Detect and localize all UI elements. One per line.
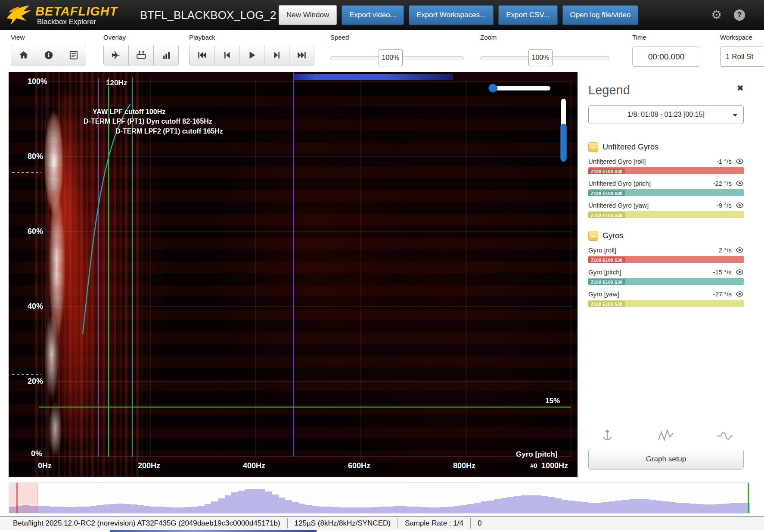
log-range-select[interactable]: 1/8: 01:08 - 01:23 [00:15]	[588, 105, 744, 124]
log-file-title: BTFL_BLACKBOX_LOG_2	[140, 9, 278, 22]
field-settings-bar[interactable]: Z100 E100 S30	[588, 189, 744, 196]
seekbar-playhead[interactable]	[16, 483, 18, 513]
legend-group-header[interactable]: Gyros	[588, 231, 744, 241]
play-button[interactable]	[239, 45, 264, 65]
legend-field-row[interactable]: Gyro [pitch] -15 °/s Z100 E100 S30	[588, 268, 744, 285]
spectrum-v-slider[interactable]	[561, 99, 566, 162]
seekbar-end-marker	[748, 483, 749, 513]
overlay-sticks-button[interactable]	[128, 45, 154, 65]
brand-block: BETAFLIGHT Blackbox Explorer	[35, 5, 132, 26]
log-list-icon	[68, 50, 79, 61]
playback-label: Playback	[189, 34, 314, 41]
overlay-analyser-button[interactable]	[153, 45, 179, 65]
collapse-icon[interactable]	[588, 231, 598, 241]
sticks-icon	[136, 50, 147, 61]
field-settings-bar[interactable]: Z100 E100 S30	[588, 300, 744, 307]
workspace-select[interactable]: 1 Roll St	[720, 47, 764, 67]
seekbar-view-window[interactable]	[9, 483, 37, 513]
jump-start-button[interactable]	[189, 45, 214, 65]
field-settings-badge: Z100 E100 S30	[588, 190, 625, 196]
legend-field-row[interactable]: Unfiltered Gyro [yaw] -9 °/s Z100 E100 S…	[588, 202, 744, 218]
eye-icon[interactable]	[736, 202, 744, 208]
x-tick: 0Hz	[38, 461, 52, 470]
export-workspaces-button[interactable]: Export Workspaces...	[409, 5, 494, 25]
field-settings-bar[interactable]: Z100 E100 S30	[588, 167, 744, 174]
open-log-button[interactable]: Open log file/video	[562, 5, 639, 25]
field-value: -9 °/s	[717, 202, 732, 209]
legend-field-row[interactable]: Gyro [roll] 2 °/s Z100 E100 S30	[588, 246, 744, 263]
status-counter: 0	[471, 518, 488, 529]
eye-icon[interactable]	[736, 269, 744, 275]
step-forward-button[interactable]	[264, 45, 289, 65]
gear-icon[interactable]: ⚙	[711, 9, 722, 21]
legend-group-header[interactable]: Unfiltered Gyros	[588, 142, 744, 152]
toolbar: View Overlay Playbac	[0, 30, 764, 72]
graph-setup-button[interactable]: Graph setup	[588, 449, 744, 470]
overlay-craft-button[interactable]	[103, 45, 129, 65]
dterm-lpf2-label: D-TERM LPF2 (PT1) cutoff 165Hz	[115, 128, 223, 135]
app-header: BETAFLIGHT Blackbox Explorer BTFL_BLACKB…	[0, 0, 764, 30]
legend-field-row[interactable]: Unfiltered Gyro [roll] -1 °/s Z100 E100 …	[588, 158, 744, 174]
new-window-button[interactable]: New Window	[279, 5, 337, 25]
export-csv-button[interactable]: Export CSV...	[498, 5, 557, 25]
field-settings-bar[interactable]: Z100 E100 S30	[588, 278, 744, 285]
dterm-lpf-label: D-TERM LPF (PT1) Dyn cutoff 82-165Hz	[84, 118, 212, 125]
legend-field-row[interactable]: Unfiltered Gyro [pitch] -22 °/s Z100 E10…	[588, 180, 744, 196]
eye-icon[interactable]	[736, 247, 744, 253]
help-icon[interactable]: ?	[734, 9, 745, 21]
spectrum-v-slider-thumb[interactable]	[560, 124, 567, 162]
zoom-slider-handle[interactable]: 100%	[528, 49, 553, 66]
time-label: Time	[632, 34, 700, 41]
play-icon	[246, 50, 258, 61]
x-tick: 800Hz	[453, 461, 475, 470]
step-back-button[interactable]	[214, 45, 239, 65]
eye-icon[interactable]	[736, 180, 744, 187]
plane-icon	[111, 50, 122, 61]
status-firmware: Betaflight 2025.12.0-RC2 (norevision) AT…	[13, 518, 288, 529]
view-section: View	[11, 34, 86, 65]
smoothing-curve-icon[interactable]	[714, 427, 735, 444]
freq-marker-label: 120Hz	[106, 79, 127, 87]
collapse-icon[interactable]	[588, 142, 598, 152]
field-settings-badge: Z100 E100 S30	[588, 257, 625, 263]
field-settings-bar[interactable]: Z100 E100 S30	[588, 256, 744, 263]
spectrum-graph[interactable]: 100% 80% 60% 40% 20% 0% 0Hz 200Hz 400Hz …	[9, 72, 578, 477]
y-tick: 80%	[28, 152, 43, 161]
export-video-button[interactable]: Export video...	[342, 5, 404, 25]
speed-label: Speed	[330, 34, 464, 41]
zoom-section: Zoom 100%	[480, 34, 609, 67]
overlay-label: Overlay	[103, 34, 179, 41]
betaflight-logo-icon	[4, 3, 33, 28]
seekbar[interactable]	[9, 482, 750, 513]
home-icon	[18, 50, 29, 61]
expo-curve-icon[interactable]	[656, 427, 677, 444]
x-tick: 200Hz	[138, 461, 160, 470]
frame-index-label: #0	[530, 462, 537, 469]
view-log-button[interactable]	[61, 45, 86, 65]
step-back-icon	[221, 50, 233, 61]
speed-section: Speed 100%	[330, 34, 464, 67]
field-settings-bar[interactable]: Z100 E100 S30	[588, 211, 744, 218]
view-label: View	[11, 34, 86, 41]
threshold-label: 15%	[545, 397, 560, 405]
zoom-curve-icon[interactable]	[597, 427, 618, 444]
speed-slider-handle[interactable]: 100%	[379, 49, 403, 66]
legend-field-row[interactable]: Gyro [yaw] -27 °/s Z100 E100 S30	[588, 290, 744, 307]
zoom-label: Zoom	[480, 34, 609, 41]
field-value: -27 °/s	[713, 290, 732, 298]
blue-overlay-bar	[294, 74, 453, 80]
y-tick: 40%	[28, 302, 43, 311]
view-info-button[interactable]	[36, 45, 61, 65]
eye-icon[interactable]	[736, 291, 744, 297]
jump-end-button[interactable]	[289, 45, 314, 65]
eye-icon[interactable]	[736, 158, 744, 165]
spectrum-h-slider[interactable]	[489, 86, 550, 90]
y-tick: 100%	[28, 77, 47, 86]
time-section: Time 00:00.000	[632, 34, 700, 67]
close-icon[interactable]: ✖	[737, 84, 744, 92]
time-display[interactable]: 00:00.000	[632, 47, 700, 67]
spectrum-h-slider-thumb[interactable]	[488, 84, 497, 93]
view-graph-button[interactable]	[11, 45, 36, 65]
skip-to-end-icon	[296, 50, 307, 61]
bar-chart-icon	[161, 50, 172, 61]
